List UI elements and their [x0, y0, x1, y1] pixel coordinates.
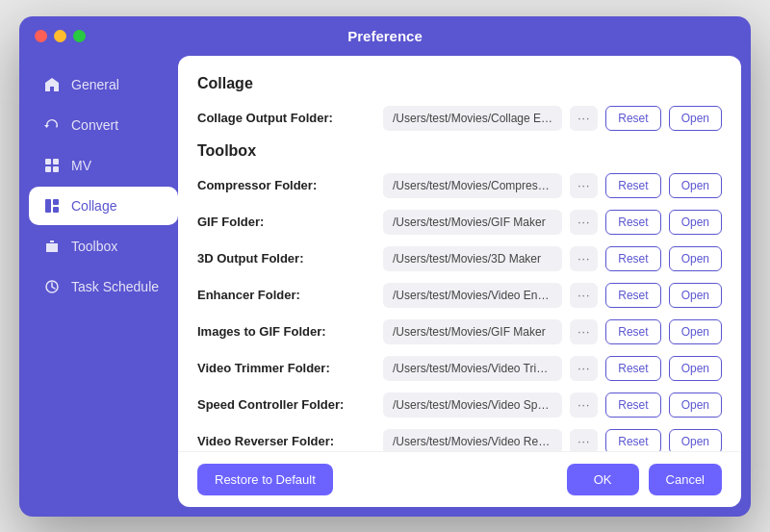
collage-icon	[42, 196, 62, 215]
toolbox-row-4: Images to GIF Folder:/Users/test/Movies/…	[197, 319, 722, 344]
path-display: /Users/test/Movies/Video Trimmer	[383, 356, 562, 381]
path-display: /Users/test/Movies/Video Enhancer	[383, 283, 562, 308]
path-display: /Users/test/Movies/3D Maker	[383, 246, 562, 271]
titlebar: Preference	[19, 16, 751, 56]
row-label: Video Reverser Folder:	[197, 434, 375, 448]
dots-button[interactable]: ···	[570, 356, 598, 381]
dots-button[interactable]: ···	[570, 429, 598, 451]
general-icon	[42, 75, 62, 94]
open-button[interactable]: Open	[669, 246, 722, 271]
footer: Restore to Default OK Cancel	[178, 451, 741, 507]
reset-button[interactable]: Reset	[605, 210, 660, 235]
dots-button[interactable]: ···	[570, 246, 598, 271]
sidebar-label-convert: Convert	[71, 117, 118, 133]
dots-button[interactable]: ···	[570, 393, 598, 418]
open-button[interactable]: Open	[669, 106, 722, 131]
dots-button[interactable]: ···	[570, 173, 598, 198]
toolbox-row-2: 3D Output Folder:/Users/test/Movies/3D M…	[197, 246, 722, 271]
row-label: Video Trimmer Folder:	[197, 361, 375, 375]
maximize-button[interactable]	[73, 30, 86, 42]
main-body: GeneralConvertMVCollageToolboxTask Sched…	[29, 56, 741, 507]
close-button[interactable]	[35, 30, 47, 42]
row-label: Compressor Folder:	[197, 178, 375, 192]
mv-icon	[42, 156, 62, 175]
sidebar-item-collage[interactable]: Collage	[29, 187, 178, 225]
toolbox-section-title: Toolbox	[197, 142, 722, 160]
open-button[interactable]: Open	[669, 173, 722, 198]
row-label: Collage Output Folder:	[197, 111, 375, 125]
path-display: /Users/test/Movies/Compressed	[383, 173, 562, 198]
cancel-button[interactable]: Cancel	[649, 464, 722, 495]
reset-button[interactable]: Reset	[605, 246, 660, 271]
open-button[interactable]: Open	[669, 210, 722, 235]
preference-window: Preference GeneralConvertMVCollageToolbo…	[19, 16, 751, 517]
footer-actions: OK Cancel	[567, 464, 722, 495]
reset-button[interactable]: Reset	[605, 173, 660, 198]
dots-button[interactable]: ···	[570, 210, 598, 235]
reset-button[interactable]: Reset	[605, 319, 660, 344]
reset-button[interactable]: Reset	[605, 106, 660, 131]
sidebar-item-convert[interactable]: Convert	[29, 106, 178, 144]
row-label: Enhancer Folder:	[197, 288, 375, 302]
sidebar-item-toolbox[interactable]: Toolbox	[29, 227, 178, 266]
open-button[interactable]: Open	[669, 319, 722, 344]
sidebar-label-toolbox: Toolbox	[71, 239, 117, 254]
ok-button[interactable]: OK	[567, 464, 639, 495]
toolbox-row-6: Speed Controller Folder:/Users/test/Movi…	[197, 393, 722, 418]
traffic-lights	[35, 30, 86, 42]
sidebar-item-mv[interactable]: MV	[29, 146, 178, 185]
svg-rect-5	[53, 199, 59, 205]
task-schedule-icon	[42, 277, 62, 296]
open-button[interactable]: Open	[669, 429, 722, 451]
dots-button[interactable]: ···	[570, 106, 598, 131]
restore-default-button[interactable]: Restore to Default	[197, 464, 333, 495]
dots-button[interactable]: ···	[570, 283, 598, 308]
sidebar-label-mv: MV	[71, 158, 91, 173]
path-display: /Users/test/Movies/Collage Exported	[383, 106, 562, 131]
svg-rect-3	[53, 166, 59, 172]
row-label: Images to GIF Folder:	[197, 324, 375, 339]
content-scroll[interactable]: CollageCollage Output Folder:/Users/test…	[178, 56, 741, 451]
path-display: /Users/test/Movies/GIF Maker	[383, 319, 562, 344]
svg-rect-1	[53, 159, 59, 165]
sidebar-label-general: General	[71, 77, 119, 92]
path-display: /Users/test/Movies/Video Speed Controlle…	[383, 393, 562, 418]
convert-icon	[42, 115, 62, 135]
toolbox-row-5: Video Trimmer Folder:/Users/test/Movies/…	[197, 356, 722, 381]
open-button[interactable]: Open	[669, 393, 722, 418]
sidebar-item-general[interactable]: General	[29, 65, 178, 104]
reset-button[interactable]: Reset	[605, 393, 660, 418]
row-label: Speed Controller Folder:	[197, 397, 375, 412]
toolbox-row-3: Enhancer Folder:/Users/test/Movies/Video…	[197, 283, 722, 308]
sidebar-item-task-schedule[interactable]: Task Schedule	[29, 267, 178, 306]
collage-row-0: Collage Output Folder:/Users/test/Movies…	[197, 106, 722, 131]
row-label: GIF Folder:	[197, 215, 375, 229]
sidebar-label-task-schedule: Task Schedule	[71, 279, 159, 294]
svg-rect-2	[45, 166, 51, 172]
toolbox-icon	[42, 237, 62, 256]
dots-button[interactable]: ···	[570, 319, 598, 344]
sidebar-label-collage: Collage	[71, 198, 116, 214]
toolbox-row-7: Video Reverser Folder:/Users/test/Movies…	[197, 429, 722, 451]
path-display: /Users/test/Movies/Video Reverser	[383, 429, 562, 451]
sidebar: GeneralConvertMVCollageToolboxTask Sched…	[29, 56, 178, 507]
open-button[interactable]: Open	[669, 356, 722, 381]
svg-rect-6	[53, 207, 59, 213]
minimize-button[interactable]	[54, 30, 66, 42]
row-label: 3D Output Folder:	[197, 251, 375, 266]
reset-button[interactable]: Reset	[605, 429, 660, 451]
reset-button[interactable]: Reset	[605, 356, 660, 381]
toolbox-row-0: Compressor Folder:/Users/test/Movies/Com…	[197, 173, 722, 198]
collage-section-title: Collage	[197, 75, 722, 92]
content-area: CollageCollage Output Folder:/Users/test…	[178, 56, 741, 507]
reset-button[interactable]: Reset	[605, 283, 660, 308]
path-display: /Users/test/Movies/GIF Maker	[383, 210, 562, 235]
svg-rect-4	[45, 199, 51, 213]
open-button[interactable]: Open	[669, 283, 722, 308]
window-title: Preference	[347, 28, 423, 44]
toolbox-row-1: GIF Folder:/Users/test/Movies/GIF Maker·…	[197, 210, 722, 235]
svg-rect-0	[45, 159, 51, 165]
